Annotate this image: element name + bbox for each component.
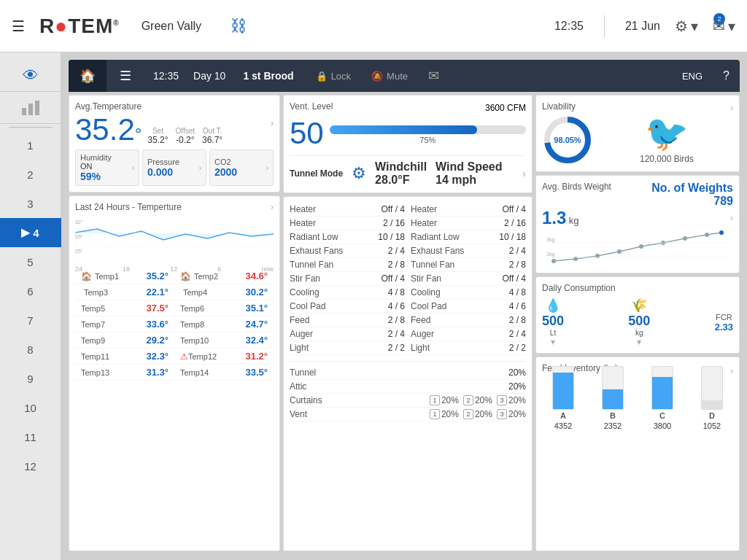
avg-temperature-card: Avg.Temperature 35.2° Set 35.2° Offset [69,95,280,192]
sensor-temp12: ⚠ Temp12 31.2° [174,349,274,365]
messages-button[interactable]: 2 ✉ ▾ [713,18,735,35]
pressure-value: 0.000 [147,166,179,178]
nav-lock-button[interactable]: 🔒 Lock [306,71,361,82]
humidity-label: Humidity [80,153,112,162]
sensor-temp8: Temp8 24.7° [174,316,274,332]
sidebar-eye-icon[interactable]: 👁 [0,60,61,92]
controls-card: HeaterOff / 4 Heater2 / 16 Radiant Low10… [283,196,533,551]
feed-value: 500 [628,314,650,329]
sidebar-num-4[interactable]: ▶4 [0,218,61,247]
vent-progress-fill [330,125,477,134]
tunnel-label: Tunnel Mode [290,168,343,179]
svg-text:32°: 32° [75,219,83,225]
sidebar-num-12[interactable]: 12 [0,451,61,481]
sensor-val-3: 22.1° [146,287,169,298]
tunnel-row: Tunnel Mode ⚙ Windchill 28.0°F Wind Spee… [290,155,526,187]
feed-bar-c: C 3800 [651,366,673,430]
sensor-name-7: Temp7 [81,320,146,329]
svg-text:2kg: 2kg [546,252,554,257]
weight-arrow[interactable]: › [730,213,733,223]
livability-donut: 98.05% [542,114,593,166]
menu-icon[interactable]: ☰ [12,18,25,35]
nav-day: Day 10 [187,70,231,82]
water-value: 500 [542,314,564,329]
ctrl-r-feed: Feed2 / 8 [411,314,526,327]
humidity-arrow[interactable]: › [132,164,134,172]
link-icon[interactable]: ⛓ [231,17,247,36]
water-dropdown[interactable]: ▾ [551,337,555,347]
svg-text:29°: 29° [75,234,83,239]
mode-attic-label: Attic [290,381,333,392]
sensor-name-4: Temp4 [183,288,245,297]
farm-name: Green Vally [142,20,201,33]
sensor-val-7: 33.6° [146,319,169,330]
fcr-value: 2.33 [715,322,733,332]
weight-no-label: No. of Weights [651,182,733,195]
livability-arrow[interactable]: › [730,103,733,113]
sidebar-num-7[interactable]: 7 [0,306,61,335]
settings-button[interactable]: ⚙ ▾ [675,18,698,35]
vent-value: 50 [290,116,324,151]
sensor-val-4: 30.2° [245,287,268,298]
sensor-name-8: Temp8 [180,320,245,329]
last24-arrow[interactable]: › [271,202,274,215]
sidebar-num-2[interactable]: 2 [0,160,61,189]
sensor-temp3: Temp3 22.1° [75,284,174,300]
sensor-name-12: Temp12 [188,352,245,361]
svg-rect-2 [35,101,39,115]
co2-value: 2000 [214,166,237,178]
vent-card: Vent. Level 3600 CFM 50 75% Tunnel Mode … [283,95,533,193]
logo-o: ● [55,15,68,37]
co2-arrow[interactable]: › [266,164,268,172]
feed-unit: kg [635,329,643,337]
nav-home-button[interactable]: 🏠 [69,60,107,92]
sidebar-num-11[interactable]: 11 [0,422,61,451]
sensor-name-11: Temp11 [81,352,146,361]
nav-help-button[interactable]: ? [713,69,740,82]
pressure-arrow[interactable]: › [199,164,201,172]
nav-mute-button[interactable]: 🔕 Mute [361,71,418,82]
feed-bar-d: D 1052 [701,366,723,430]
sidebar-num-9[interactable]: 9 [0,364,61,393]
vent-header: Vent. Level 3600 CFM [290,101,526,114]
sensor-val-5: 37.5° [146,303,169,314]
sensor-val-13: 31.3° [146,367,169,378]
livability-title: Livability [542,101,576,112]
feed-inv-arrow[interactable]: › [730,366,733,376]
svg-point-17 [683,236,687,241]
ctrl-radiant: Radiant Low10 / 18 [290,230,405,244]
sensor-name-6: Temp6 [180,304,245,313]
sensor-temp11: Temp11 32.3° [75,349,174,365]
nav-mail-icon[interactable]: ✉ [418,68,449,84]
sidebar-num-3[interactable]: 3 [0,189,61,218]
sidebar-num-5[interactable]: 5 [0,247,61,276]
temp-details: Set 35.2° Offset -0.2° Out T. 36.7° [147,127,222,145]
co2-item: CO2 2000 › [209,149,274,186]
vent-cfm: 3600 CFM [485,103,526,113]
ctrl-feed: Feed2 / 8 [290,314,405,327]
nav-eng-button[interactable]: ENG [672,71,713,82]
vent-arrow[interactable]: › [522,168,526,179]
sidebar-num-8[interactable]: 8 [0,335,61,364]
controls-columns: HeaterOff / 4 Heater2 / 16 Radiant Low10… [290,203,526,355]
sidebar-num-1[interactable]: 1 [0,131,61,160]
sidebar-num-6[interactable]: 6 [0,276,61,306]
mode-attic: Attic 20% [290,380,526,394]
avg-temp-value: 35.2° [75,114,142,145]
weight-header: Avg. Birds Weight No. of Weights 789 [542,182,733,208]
chart-x-labels: 2418126now [75,265,274,273]
ctrl-cooling: Cooling4 / 8 [290,286,405,300]
feed-dropdown[interactable]: ▾ [637,337,641,347]
sensor-val-8: 24.7° [245,319,268,330]
nav-menu-button[interactable]: ☰ [107,60,144,92]
pressure-item: Pressure 0.000 › [142,149,206,186]
pressure-label: Pressure [147,158,179,166]
offset-label: Offset [176,127,196,135]
sidebar-chart-icon[interactable] [0,92,61,124]
sidebar-num-10[interactable]: 10 [0,393,61,422]
ctrl-heater2: Heater2 / 16 [290,217,405,230]
svg-point-14 [617,249,622,254]
weight-no: No. of Weights 789 [651,182,733,208]
temp-arrow[interactable]: › [271,118,274,128]
mode-curtains: Curtains 1 20% 2 20% 3 20% [290,394,526,408]
